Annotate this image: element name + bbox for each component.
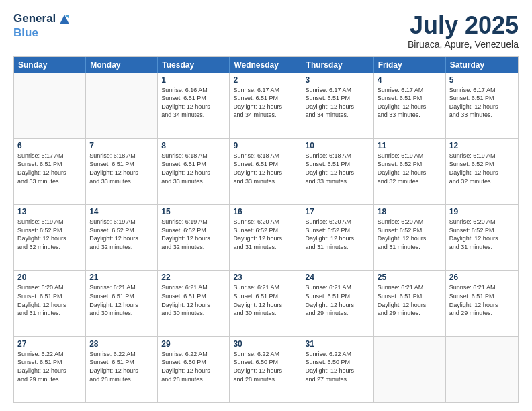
day-info: Sunrise: 6:19 AM Sunset: 6:52 PM Dayligh… — [17, 218, 82, 251]
day-info: Sunrise: 6:19 AM Sunset: 6:52 PM Dayligh… — [378, 152, 442, 185]
day-info: Sunrise: 6:21 AM Sunset: 6:51 PM Dayligh… — [161, 283, 226, 317]
cal-cell: 6Sunrise: 6:17 AM Sunset: 6:51 PM Daylig… — [14, 139, 86, 204]
cal-cell: 27Sunrise: 6:22 AM Sunset: 6:51 PM Dayli… — [14, 337, 86, 402]
cal-cell: 16Sunrise: 6:20 AM Sunset: 6:52 PM Dayli… — [230, 205, 302, 270]
day-info: Sunrise: 6:22 AM Sunset: 6:50 PM Dayligh… — [161, 350, 226, 383]
day-number: 30 — [233, 339, 298, 349]
cal-cell — [86, 73, 158, 138]
day-info: Sunrise: 6:18 AM Sunset: 6:51 PM Dayligh… — [233, 152, 298, 185]
day-info: Sunrise: 6:18 AM Sunset: 6:51 PM Dayligh… — [89, 152, 154, 185]
day-number: 27 — [17, 339, 82, 349]
cal-cell: 11Sunrise: 6:19 AM Sunset: 6:52 PM Dayli… — [374, 139, 446, 204]
day-info: Sunrise: 6:20 AM Sunset: 6:51 PM Dayligh… — [17, 283, 82, 317]
cal-cell: 9Sunrise: 6:18 AM Sunset: 6:51 PM Daylig… — [230, 139, 302, 204]
cal-cell: 20Sunrise: 6:20 AM Sunset: 6:51 PM Dayli… — [14, 271, 86, 336]
day-info: Sunrise: 6:22 AM Sunset: 6:50 PM Dayligh… — [306, 350, 370, 383]
day-number: 22 — [161, 273, 226, 282]
location-subtitle: Biruaca, Apure, Venezuela — [408, 39, 519, 50]
day-info: Sunrise: 6:21 AM Sunset: 6:51 PM Dayligh… — [378, 283, 442, 317]
day-number: 20 — [17, 273, 82, 282]
cal-cell: 21Sunrise: 6:21 AM Sunset: 6:51 PM Dayli… — [86, 271, 158, 336]
cal-cell: 25Sunrise: 6:21 AM Sunset: 6:51 PM Dayli… — [374, 271, 446, 336]
day-number: 3 — [306, 75, 370, 85]
day-number: 6 — [17, 141, 82, 150]
day-number: 31 — [306, 339, 370, 349]
day-number: 10 — [306, 141, 370, 150]
day-info: Sunrise: 6:22 AM Sunset: 6:51 PM Dayligh… — [17, 350, 82, 383]
day-of-week-thursday: Thursday — [302, 57, 374, 73]
cal-cell: 12Sunrise: 6:19 AM Sunset: 6:52 PM Dayli… — [446, 139, 518, 204]
day-info: Sunrise: 6:17 AM Sunset: 6:51 PM Dayligh… — [449, 86, 515, 120]
day-info: Sunrise: 6:20 AM Sunset: 6:52 PM Dayligh… — [233, 218, 298, 251]
day-number: 29 — [161, 339, 226, 349]
day-info: Sunrise: 6:19 AM Sunset: 6:52 PM Dayligh… — [449, 152, 515, 185]
day-info: Sunrise: 6:22 AM Sunset: 6:50 PM Dayligh… — [233, 350, 298, 383]
day-number: 25 — [378, 273, 442, 282]
day-info: Sunrise: 6:17 AM Sunset: 6:51 PM Dayligh… — [306, 86, 370, 120]
cal-cell: 2Sunrise: 6:17 AM Sunset: 6:51 PM Daylig… — [230, 73, 302, 138]
cal-cell — [374, 337, 446, 402]
calendar: SundayMondayTuesdayWednesdayThursdayFrid… — [13, 56, 519, 403]
day-number: 12 — [449, 141, 515, 150]
cal-cell: 8Sunrise: 6:18 AM Sunset: 6:51 PM Daylig… — [158, 139, 230, 204]
day-number: 24 — [306, 273, 370, 282]
cal-cell — [14, 73, 86, 138]
day-number: 19 — [449, 207, 515, 216]
calendar-header: SundayMondayTuesdayWednesdayThursdayFrid… — [14, 57, 518, 73]
logo-text: General — [13, 12, 72, 27]
cal-cell: 22Sunrise: 6:21 AM Sunset: 6:51 PM Dayli… — [158, 271, 230, 336]
day-info: Sunrise: 6:21 AM Sunset: 6:51 PM Dayligh… — [306, 283, 370, 317]
cal-cell: 14Sunrise: 6:19 AM Sunset: 6:52 PM Dayli… — [86, 205, 158, 270]
cal-cell: 19Sunrise: 6:20 AM Sunset: 6:52 PM Dayli… — [446, 205, 518, 270]
day-info: Sunrise: 6:19 AM Sunset: 6:52 PM Dayligh… — [89, 218, 154, 251]
week-row-4: 20Sunrise: 6:20 AM Sunset: 6:51 PM Dayli… — [14, 270, 518, 336]
day-number: 5 — [449, 75, 515, 85]
cal-cell: 29Sunrise: 6:22 AM Sunset: 6:50 PM Dayli… — [158, 337, 230, 402]
day-number: 2 — [233, 75, 298, 85]
day-number: 14 — [89, 207, 154, 216]
day-info: Sunrise: 6:18 AM Sunset: 6:51 PM Dayligh… — [161, 152, 226, 185]
week-row-2: 6Sunrise: 6:17 AM Sunset: 6:51 PM Daylig… — [14, 138, 518, 204]
day-number: 9 — [233, 141, 298, 150]
cal-cell: 15Sunrise: 6:19 AM Sunset: 6:52 PM Dayli… — [158, 205, 230, 270]
cal-cell: 23Sunrise: 6:21 AM Sunset: 6:51 PM Dayli… — [230, 271, 302, 336]
logo-blue: Blue — [13, 27, 72, 38]
cal-cell: 30Sunrise: 6:22 AM Sunset: 6:50 PM Dayli… — [230, 337, 302, 402]
day-number: 8 — [161, 141, 226, 150]
cal-cell — [446, 337, 518, 402]
day-info: Sunrise: 6:20 AM Sunset: 6:52 PM Dayligh… — [306, 218, 370, 251]
day-info: Sunrise: 6:21 AM Sunset: 6:51 PM Dayligh… — [233, 283, 298, 317]
day-number: 16 — [233, 207, 298, 216]
day-number: 13 — [17, 207, 82, 216]
day-number: 23 — [233, 273, 298, 282]
cal-cell: 4Sunrise: 6:17 AM Sunset: 6:51 PM Daylig… — [374, 73, 446, 138]
title-block: July 2025 Biruaca, Apure, Venezuela — [408, 12, 519, 50]
day-number: 21 — [89, 273, 154, 282]
day-of-week-saturday: Saturday — [446, 57, 518, 73]
logo: General Blue — [13, 12, 72, 38]
day-info: Sunrise: 6:18 AM Sunset: 6:51 PM Dayligh… — [306, 152, 370, 185]
day-number: 11 — [378, 141, 442, 150]
day-number: 18 — [378, 207, 442, 216]
day-of-week-sunday: Sunday — [14, 57, 86, 73]
month-title: July 2025 — [408, 12, 519, 39]
day-of-week-monday: Monday — [86, 57, 158, 73]
day-of-week-wednesday: Wednesday — [230, 57, 302, 73]
day-info: Sunrise: 6:22 AM Sunset: 6:51 PM Dayligh… — [89, 350, 154, 383]
day-number: 17 — [306, 207, 370, 216]
day-info: Sunrise: 6:20 AM Sunset: 6:52 PM Dayligh… — [378, 218, 442, 251]
day-info: Sunrise: 6:17 AM Sunset: 6:51 PM Dayligh… — [378, 86, 442, 120]
day-info: Sunrise: 6:17 AM Sunset: 6:51 PM Dayligh… — [17, 152, 82, 185]
day-number: 1 — [161, 75, 226, 85]
day-of-week-friday: Friday — [374, 57, 446, 73]
day-number: 15 — [161, 207, 226, 216]
logo-icon — [57, 12, 72, 27]
cal-cell: 24Sunrise: 6:21 AM Sunset: 6:51 PM Dayli… — [302, 271, 374, 336]
cal-cell: 26Sunrise: 6:21 AM Sunset: 6:51 PM Dayli… — [446, 271, 518, 336]
day-number: 4 — [378, 75, 442, 85]
cal-cell: 13Sunrise: 6:19 AM Sunset: 6:52 PM Dayli… — [14, 205, 86, 270]
day-info: Sunrise: 6:21 AM Sunset: 6:51 PM Dayligh… — [89, 283, 154, 317]
day-info: Sunrise: 6:19 AM Sunset: 6:52 PM Dayligh… — [161, 218, 226, 251]
cal-cell: 5Sunrise: 6:17 AM Sunset: 6:51 PM Daylig… — [446, 73, 518, 138]
day-number: 7 — [89, 141, 154, 150]
